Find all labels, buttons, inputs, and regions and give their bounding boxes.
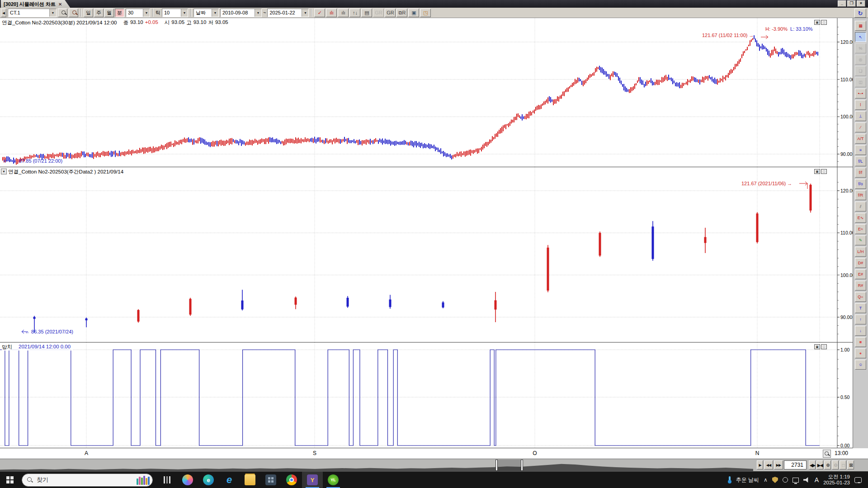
update-icon[interactable] bbox=[783, 477, 788, 483]
bar-count-input[interactable] bbox=[784, 460, 807, 469]
region-tool-icon[interactable]: ❏ bbox=[855, 66, 866, 76]
pane-indicator-chart[interactable]: 1.000.500.00 망치 2021/09/14 12:00 0.00 ▣ … bbox=[0, 343, 853, 448]
period-button-분[interactable]: 분 bbox=[115, 9, 124, 17]
measure-tool-icon[interactable]: ◫ bbox=[855, 77, 866, 87]
pencil-tool-icon[interactable]: ✎ bbox=[855, 235, 866, 245]
notification-icon[interactable] bbox=[854, 477, 862, 483]
template-r-button[interactable]: GR bbox=[385, 9, 396, 17]
pane-intraday-chart[interactable]: 120.00110.00100.0090.00 연결_Cotton No2-20… bbox=[0, 18, 853, 167]
vertical-line-tool-icon[interactable]: ǀ bbox=[855, 100, 866, 110]
nav-fast-forward-button[interactable]: ▶▶ bbox=[774, 460, 783, 469]
elliott-impulse-tool-icon[interactable]: E≈ bbox=[855, 224, 866, 234]
chart-navigator[interactable]: ▶◀◀▶▶ ◀▶▶◀⊕⊖□⊠ bbox=[0, 459, 868, 472]
task-view-tile[interactable] bbox=[156, 472, 177, 488]
document-tab[interactable]: [3020] 시뮬레이션 차트 ✕ bbox=[1, 0, 70, 8]
circle-marker-icon[interactable]: ● bbox=[855, 348, 866, 358]
ie-tile[interactable]: e bbox=[219, 472, 240, 488]
copy-r-button[interactable]: ⧉R bbox=[396, 9, 407, 17]
price-line-tool-icon[interactable]: ⊥ bbox=[855, 111, 866, 121]
nav-collapse-button[interactable]: ▶◀ bbox=[816, 460, 823, 469]
pattern-search-icon[interactable]: ▦ bbox=[855, 21, 866, 31]
pane-restore-button[interactable]: ▣ bbox=[814, 20, 820, 25]
yl-app-tile[interactable]: YL bbox=[323, 472, 344, 488]
template-button-disabled[interactable]: GR bbox=[373, 9, 384, 17]
hatch-e-tool-icon[interactable]: E# bbox=[855, 269, 866, 279]
nav-zoom-in-button[interactable]: ⊕ bbox=[824, 460, 831, 469]
restore-button[interactable]: ❒ bbox=[847, 0, 856, 7]
nav-step-forward-button[interactable]: ▶ bbox=[757, 460, 763, 469]
sort-updown-button[interactable]: ↑↓ bbox=[349, 9, 360, 17]
nav-area-zoom-button[interactable]: □ bbox=[840, 460, 846, 469]
ime-indicator[interactable]: A bbox=[815, 476, 819, 483]
close-button[interactable]: × bbox=[857, 0, 865, 7]
collapse-toolbar-button[interactable]: ◂ bbox=[1, 9, 6, 17]
new-chart-button[interactable]: ▤ bbox=[361, 9, 372, 17]
chevron-down-icon[interactable]: ▼ bbox=[143, 9, 150, 17]
fib-retrace-tool-icon[interactable]: f/R bbox=[855, 190, 866, 200]
chrome-tile[interactable] bbox=[281, 472, 302, 488]
date-from-combo[interactable]: 2010-09-08 ▼ bbox=[220, 9, 262, 17]
pane-maximize-button[interactable]: □ bbox=[821, 20, 827, 25]
edge-tile[interactable]: e bbox=[198, 472, 219, 488]
intraday-candle-plot[interactable]: 120.00110.00100.0090.00 bbox=[0, 18, 853, 167]
hatch-d-tool-icon[interactable]: D# bbox=[855, 258, 866, 268]
pane-weekly-chart[interactable]: 120.00110.00100.0090.00 ▼ 연결_Cotton No2-… bbox=[0, 167, 853, 343]
pane-restore-button[interactable]: ▣ bbox=[814, 169, 820, 174]
elliott-wave-tool-icon[interactable]: E∿ bbox=[855, 213, 866, 223]
weekly-candle-plot[interactable]: 120.00110.00100.0090.00 bbox=[0, 167, 853, 342]
chevron-down-icon[interactable]: ▼ bbox=[212, 9, 218, 17]
hatch-r-tool-icon[interactable]: R# bbox=[855, 281, 866, 291]
copilot-tile[interactable] bbox=[177, 472, 198, 488]
nav-fast-back-button[interactable]: ◀◀ bbox=[764, 460, 773, 469]
navigator-overview-plot[interactable] bbox=[0, 459, 753, 472]
fib-zone-tool-icon[interactable]: f/o bbox=[855, 179, 866, 189]
weather-label[interactable]: 추운 날씨 bbox=[736, 476, 759, 484]
horizontal-line-tool-icon[interactable]: •–• bbox=[855, 89, 866, 99]
symbol-combo[interactable]: CT.1 ▼ bbox=[8, 9, 57, 17]
fib-lines-tool-icon[interactable]: ≡ bbox=[855, 145, 866, 155]
taskbar-search[interactable]: 찾기 bbox=[22, 474, 153, 487]
symbol-recent-button[interactable] bbox=[69, 9, 78, 17]
chevron-down-icon[interactable]: ▼ bbox=[181, 9, 188, 17]
navigator-right-handle[interactable] bbox=[521, 460, 523, 471]
parallel-lines-tool-icon[interactable]: ⫽ bbox=[855, 202, 866, 211]
navigator-selection[interactable] bbox=[498, 460, 521, 471]
refresh-button[interactable]: ↻ bbox=[854, 9, 866, 18]
arrow-up-marker-icon[interactable]: ↑ bbox=[855, 314, 866, 324]
pane-maximize-button[interactable]: □ bbox=[821, 344, 827, 349]
open-folder-button[interactable]: ◳ bbox=[420, 9, 431, 17]
start-button[interactable] bbox=[0, 472, 20, 488]
indicator-step-plot[interactable]: 1.000.500.00 bbox=[0, 343, 853, 448]
zoom-area-tool-icon[interactable]: ◎ bbox=[855, 55, 866, 65]
defender-icon[interactable] bbox=[772, 477, 778, 483]
axis-zoom-button[interactable] bbox=[823, 450, 831, 458]
volume-icon[interactable] bbox=[803, 477, 810, 483]
text-note-tool-icon[interactable]: A/T bbox=[855, 134, 866, 144]
volume-chart-button[interactable]: ılı bbox=[326, 9, 337, 17]
symbol-search-button[interactable] bbox=[58, 9, 67, 17]
tray-chevron-icon[interactable]: ∧ bbox=[764, 477, 768, 483]
crosshair-tool-icon[interactable]: % bbox=[855, 43, 866, 53]
pane2-dropdown-button[interactable]: ▼ bbox=[1, 169, 7, 174]
date-to-combo[interactable]: 2025-01-22 ▼ bbox=[267, 9, 309, 17]
quote-tool-icon[interactable]: Q= bbox=[855, 292, 866, 302]
chevron-down-icon[interactable]: ▼ bbox=[49, 9, 56, 17]
nav-reset-button[interactable]: ⊠ bbox=[847, 460, 854, 469]
text-tool-icon[interactable]: T bbox=[855, 303, 866, 313]
save-button[interactable]: ▣ bbox=[408, 9, 419, 17]
clock[interactable]: 오전 1:19 2025-01-23 bbox=[823, 474, 850, 486]
chevron-down-icon[interactable]: ▼ bbox=[255, 9, 261, 17]
trend-line-tool-icon[interactable]: ∕ bbox=[855, 122, 866, 132]
tab-close-icon[interactable]: ✕ bbox=[58, 2, 62, 7]
weather-icon[interactable] bbox=[728, 476, 731, 483]
high-low-tool-icon[interactable]: L/H bbox=[855, 247, 866, 257]
fib-fan-tool-icon[interactable]: f/L bbox=[855, 156, 866, 166]
period-button-월[interactable]: 월 bbox=[104, 9, 114, 17]
period-button-주[interactable]: 주 bbox=[94, 9, 104, 17]
tick-combo[interactable]: 10 ▼ bbox=[162, 9, 188, 17]
nav-expand-button[interactable]: ◀▶ bbox=[809, 460, 816, 469]
pointer-tool-icon[interactable]: ↖ bbox=[855, 32, 866, 42]
nav-zoom-out-button[interactable]: ⊖ bbox=[832, 460, 839, 469]
arrow-down-marker-icon[interactable]: ↓ bbox=[855, 326, 866, 336]
indicator-check-button[interactable]: ✓ bbox=[314, 9, 325, 17]
